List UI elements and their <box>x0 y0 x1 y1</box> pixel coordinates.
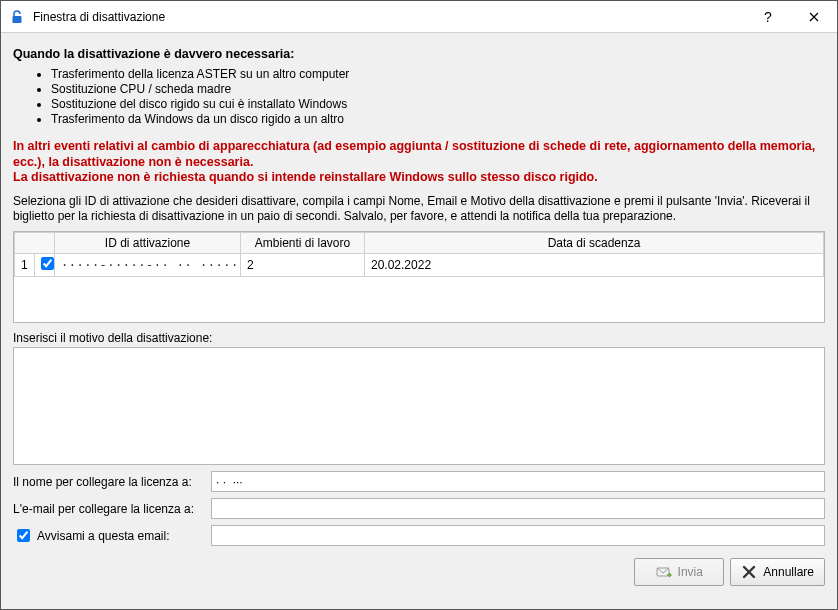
window-title: Finestra di disattivazione <box>33 10 165 24</box>
table-header-activation-id[interactable]: ID di attivazione <box>55 233 241 254</box>
table-header-blank <box>15 233 55 254</box>
email-label: L'e-mail per collegare la licenza a: <box>13 502 205 516</box>
cancel-button-label: Annullare <box>763 565 814 579</box>
row-number: 1 <box>15 254 35 277</box>
cell-seats[interactable]: 2 <box>241 254 365 277</box>
mail-send-icon <box>656 564 672 580</box>
dialog-body: Quando la disattivazione è davvero neces… <box>1 33 837 609</box>
activation-table: ID di attivazione Ambienti di lavoro Dat… <box>13 231 825 323</box>
reason-label: Inserisci il motivo della disattivazione… <box>13 331 825 345</box>
name-row: Il nome per collegare la licenza a: <box>13 471 825 492</box>
warning-text: In altri eventi relativi al cambio di ap… <box>13 139 825 186</box>
table-header-row: ID di attivazione Ambienti di lavoro Dat… <box>15 233 824 254</box>
dialog-footer: Invia Annullare <box>13 558 825 586</box>
case-item: Trasferimento da Windows da un disco rig… <box>51 112 825 127</box>
lock-open-icon <box>9 9 25 25</box>
cancel-icon <box>741 564 757 580</box>
close-button[interactable] <box>791 1 837 33</box>
table-row[interactable]: 1 ·····-·····-·· ·· ····· ··· · 2 20.02.… <box>15 254 824 277</box>
notify-row: Avvisami a questa email: <box>13 525 825 546</box>
cell-expiry[interactable]: 20.02.2022 <box>365 254 824 277</box>
email-row: L'e-mail per collegare la licenza a: <box>13 498 825 519</box>
email-input[interactable] <box>211 498 825 519</box>
case-list: Trasferimento della licenza ASTER su un … <box>37 67 825 127</box>
table-header-seats[interactable]: Ambienti di lavoro <box>241 233 365 254</box>
notify-label-wrap[interactable]: Avvisami a questa email: <box>13 526 205 545</box>
reason-input[interactable] <box>13 347 825 465</box>
row-checkbox[interactable] <box>41 257 54 270</box>
row-checkbox-cell[interactable] <box>35 254 55 277</box>
warning-line-2: La disattivazione non è richiesta quando… <box>13 170 598 184</box>
notify-label: Avvisami a questa email: <box>37 529 170 543</box>
case-item: Sostituzione del disco rigido su cui è i… <box>51 97 825 112</box>
cell-activation-id[interactable]: ·····-·····-·· ·· ····· ··· · <box>55 254 241 277</box>
notify-email-input[interactable] <box>211 525 825 546</box>
case-item: Trasferimento della licenza ASTER su un … <box>51 67 825 82</box>
heading: Quando la disattivazione è davvero neces… <box>13 47 825 61</box>
cancel-button[interactable]: Annullare <box>730 558 825 586</box>
name-label: Il nome per collegare la licenza a: <box>13 475 205 489</box>
notify-checkbox[interactable] <box>17 529 30 542</box>
titlebar: Finestra di disattivazione ? <box>1 1 837 33</box>
case-item: Sostituzione CPU / scheda madre <box>51 82 825 97</box>
help-button[interactable]: ? <box>745 1 791 33</box>
table-header-expiry[interactable]: Data di scadenza <box>365 233 824 254</box>
send-button[interactable]: Invia <box>634 558 724 586</box>
warning-line-1: In altri eventi relativi al cambio di ap… <box>13 139 815 169</box>
instructions-text: Seleziona gli ID di attivazione che desi… <box>13 194 825 225</box>
name-input[interactable] <box>211 471 825 492</box>
svg-rect-0 <box>13 16 22 23</box>
deactivation-window: Finestra di disattivazione ? Quando la d… <box>0 0 838 610</box>
send-button-label: Invia <box>678 565 703 579</box>
